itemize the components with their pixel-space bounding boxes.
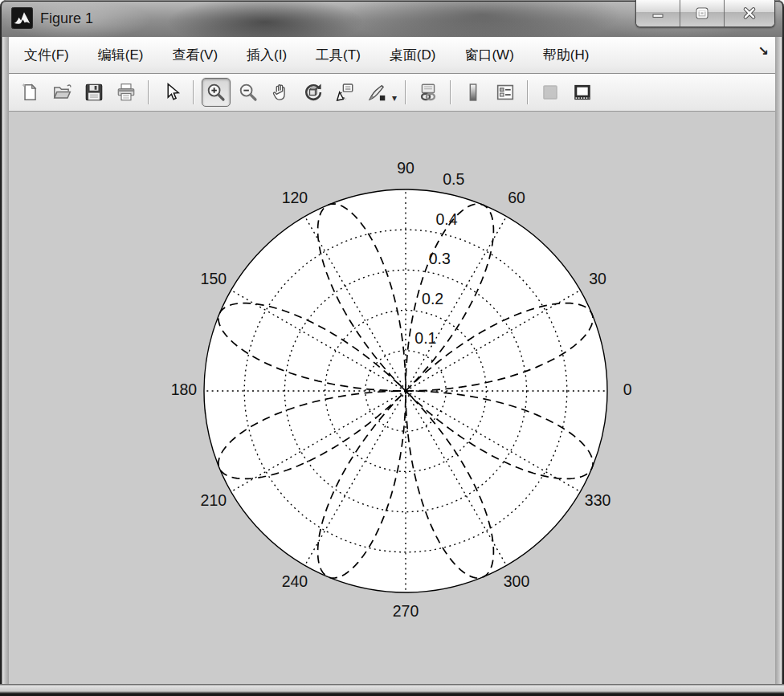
dock-figure-icon xyxy=(572,82,593,103)
link-plot-icon xyxy=(418,82,439,103)
toolbar-separator xyxy=(193,80,194,104)
radius-tick-label: 0.2 xyxy=(422,290,443,307)
angle-tick-label: 210 xyxy=(201,491,227,509)
angle-tick-label: 180 xyxy=(171,381,198,398)
menu-item-file[interactable]: 文件(F) xyxy=(24,46,69,64)
angle-tick-label: 330 xyxy=(585,491,611,509)
toolbar: ▾ xyxy=(9,74,775,112)
menu-item-help[interactable]: 帮助(H) xyxy=(543,46,590,64)
brush-icon xyxy=(366,82,387,103)
toolbar-separator xyxy=(148,80,149,104)
toolbar-separator xyxy=(405,80,406,104)
brush-dropdown-caret-icon[interactable]: ▾ xyxy=(392,92,397,104)
menu-item-edit[interactable]: 编辑(E) xyxy=(98,46,144,64)
polar-plot[interactable]: 03060901201501802102402703003300.10.20.3… xyxy=(9,112,775,684)
tool-button-dock-figure[interactable] xyxy=(568,78,597,107)
radius-tick-label: 0.1 xyxy=(414,329,436,347)
tool-button-print-figure[interactable] xyxy=(112,78,141,107)
angle-tick-label: 240 xyxy=(282,572,308,590)
minimize-button[interactable] xyxy=(636,0,680,26)
angle-tick-label: 60 xyxy=(508,189,525,206)
tool-button-brush[interactable] xyxy=(362,78,391,107)
menu-items: 文件(F)编辑(E)查看(V)插入(I)工具(T)桌面(D)窗口(W)帮助(H) xyxy=(24,46,589,64)
new-figure-icon xyxy=(19,82,40,103)
angle-tick-label: 270 xyxy=(393,602,419,620)
zoom-out-icon xyxy=(238,82,259,103)
angle-tick-label: 30 xyxy=(589,270,606,287)
toolbar-separator xyxy=(527,80,529,104)
insert-colorbar-icon xyxy=(463,82,484,103)
tool-button-data-cursor[interactable] xyxy=(330,78,359,107)
radius-tick-label: 0.3 xyxy=(429,250,451,267)
angle-tick-label: 120 xyxy=(282,189,308,206)
insert-legend-icon xyxy=(495,82,516,103)
tool-button-hide-plot-tools xyxy=(536,78,565,107)
window-right-border xyxy=(775,37,784,696)
figure-canvas[interactable]: 03060901201501802102402703003300.10.20.3… xyxy=(9,112,775,684)
window-left-border xyxy=(0,37,9,696)
menu-item-tools[interactable]: 工具(T) xyxy=(316,46,361,64)
pan-icon xyxy=(270,82,291,103)
tool-button-zoom-in[interactable] xyxy=(202,78,231,107)
zoom-in-icon xyxy=(206,82,227,103)
menu-item-desktop[interactable]: 桌面(D) xyxy=(390,46,436,64)
tool-button-rotate-3d[interactable] xyxy=(298,78,327,107)
menubar-overflow-icon[interactable]: ↘ xyxy=(758,43,769,59)
radius-tick-label: 0.5 xyxy=(443,170,464,188)
tool-button-edit-plot[interactable] xyxy=(157,78,186,107)
window-controls xyxy=(635,0,775,27)
toolbar-separator xyxy=(450,80,451,104)
tool-button-new-figure[interactable] xyxy=(15,78,44,107)
radius-tick-label: 0.4 xyxy=(435,210,457,228)
tool-button-insert-legend[interactable] xyxy=(491,78,520,107)
tool-button-save-figure[interactable] xyxy=(80,78,108,107)
tool-button-open-file[interactable] xyxy=(47,78,76,107)
window-title: Figure 1 xyxy=(40,0,93,37)
figure-window: Figure 1 文件(F)编辑(E)查看(V)插入(I)工具(T)桌面( xyxy=(0,0,784,696)
tool-button-pan[interactable] xyxy=(266,78,295,107)
menu-item-view[interactable]: 查看(V) xyxy=(172,46,218,64)
rotate-3d-icon xyxy=(302,82,323,103)
close-button[interactable] xyxy=(725,0,774,26)
angle-tick-label: 300 xyxy=(504,572,530,590)
save-figure-icon xyxy=(84,82,104,103)
tool-button-link-plot[interactable] xyxy=(414,78,443,107)
matlab-logo-icon xyxy=(11,7,33,29)
open-file-icon xyxy=(51,82,72,103)
edit-plot-icon xyxy=(161,82,182,103)
menu-item-window[interactable]: 窗口(W) xyxy=(464,46,513,64)
tool-button-zoom-out[interactable] xyxy=(234,78,263,107)
angle-tick-label: 0 xyxy=(623,381,632,398)
data-cursor-icon xyxy=(334,82,355,103)
window-bottom-border xyxy=(0,684,784,696)
angle-tick-label: 150 xyxy=(201,270,227,287)
menu-bar: 文件(F)编辑(E)查看(V)插入(I)工具(T)桌面(D)窗口(W)帮助(H)… xyxy=(9,37,775,74)
tool-button-insert-colorbar[interactable] xyxy=(459,78,488,107)
print-figure-icon xyxy=(116,82,137,103)
menu-item-insert[interactable]: 插入(I) xyxy=(247,46,287,64)
hide-plot-tools-icon xyxy=(540,82,561,103)
title-bar[interactable]: Figure 1 xyxy=(0,0,784,38)
restore-button[interactable] xyxy=(680,0,725,26)
angle-tick-label: 90 xyxy=(397,159,414,177)
